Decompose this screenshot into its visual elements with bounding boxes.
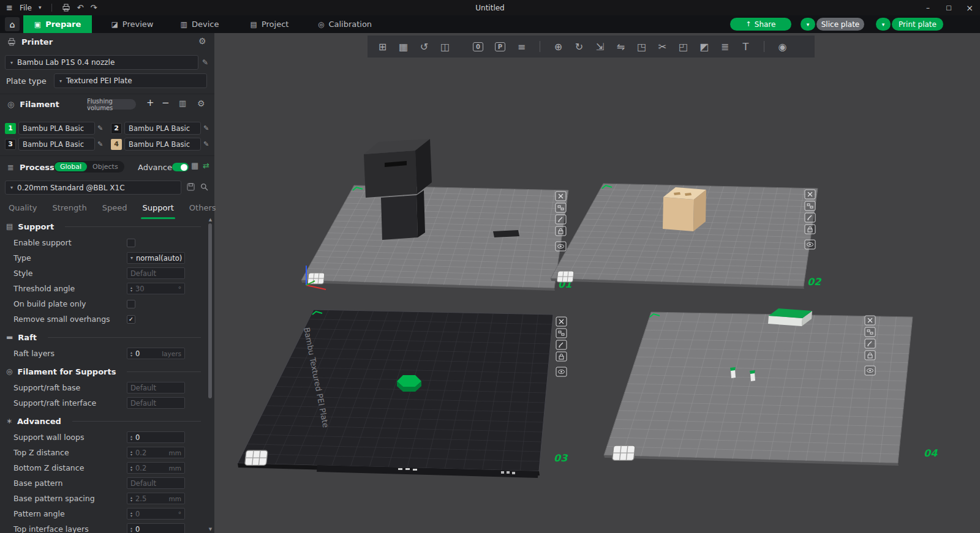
rename-icon[interactable]	[556, 340, 567, 349]
scope-objects[interactable]: Objects	[87, 162, 124, 171]
filament-color-swatch[interactable]: 2	[111, 123, 122, 134]
object-list-icon[interactable]: ≡	[513, 38, 530, 55]
close-icon[interactable]	[805, 190, 815, 199]
chevron-down-icon[interactable]: ▾	[39, 5, 42, 10]
label-objects-icon[interactable]: 0	[473, 42, 483, 51]
spinner-arrows[interactable]: ▴▾	[130, 286, 132, 292]
edit-filament-icon[interactable]: ✎	[97, 124, 105, 132]
filament-name-input[interactable]: Bambu PLA Basic	[18, 122, 95, 135]
printer-settings-gear-icon[interactable]: ⚙	[198, 37, 206, 45]
edit-filament-icon[interactable]: ✎	[203, 124, 211, 132]
model-mailbox-front[interactable]	[364, 151, 417, 198]
rename-icon[interactable]	[805, 213, 815, 222]
section-advanced[interactable]: ∗Advanced	[0, 412, 206, 430]
tab-project[interactable]: ▤Project	[244, 15, 295, 33]
print-options-button[interactable]: ▾	[876, 18, 891, 31]
lock-icon[interactable]	[556, 226, 566, 236]
print-plate-button[interactable]: Print plate	[892, 18, 943, 31]
plate-surface[interactable]	[238, 310, 553, 471]
filament-color-swatch[interactable]: 4	[111, 139, 122, 150]
tab-calibration[interactable]: ◎Calibration	[311, 15, 379, 33]
auto-orient-icon[interactable]: ↺	[415, 38, 433, 55]
plate-settings-icon[interactable]	[557, 271, 574, 282]
lock-icon[interactable]	[805, 225, 815, 234]
assembly-view-icon[interactable]: ◉	[774, 38, 791, 55]
save-preset-icon[interactable]	[187, 183, 195, 191]
share-button[interactable]: ↑ Share	[730, 18, 791, 31]
filament-color-swatch[interactable]: 3	[5, 139, 16, 150]
spinner-arrows[interactable]: ▴▾	[130, 496, 132, 502]
variable-layer-height-icon[interactable]: ≣	[716, 38, 734, 55]
add-filament-button[interactable]: +	[146, 99, 154, 108]
minimize-button[interactable]: –	[918, 0, 938, 15]
cut-icon[interactable]: ✂	[654, 38, 671, 55]
process-tab-quality[interactable]: Quality	[9, 203, 37, 217]
checkbox[interactable]	[127, 300, 135, 308]
model-pill-body[interactable]	[750, 373, 755, 381]
model-flat-bar[interactable]	[493, 230, 519, 237]
spinner-arrows[interactable]: ▴▾	[130, 465, 132, 471]
edit-filament-icon[interactable]: ✎	[97, 140, 105, 148]
viewport-3d[interactable]: ⊞▦↺◫0P≡⊕↻⇲⇋◳✂◰◩≣T◉ 01020304Bambu Texture…	[214, 33, 980, 533]
dropdown[interactable]: ▾normal(auto)	[127, 252, 185, 264]
text-input[interactable]: Default	[127, 267, 185, 279]
scrollbar-thumb[interactable]	[208, 223, 212, 398]
arrange-icon[interactable]: ◫	[436, 38, 454, 55]
scope-global[interactable]: Global	[55, 162, 87, 171]
slice-options-button[interactable]: ▾	[801, 18, 815, 31]
process-tab-speed[interactable]: Speed	[102, 203, 127, 217]
parameter-table-icon[interactable]: ▦	[191, 162, 198, 170]
spinner-input[interactable]: ▴▾30°	[127, 283, 185, 294]
filament-name-input[interactable]: Bambu PLA Basic	[124, 122, 201, 135]
arrange-icon[interactable]	[556, 203, 566, 212]
edit-printer-icon[interactable]: ✎	[202, 58, 208, 67]
scroll-down-icon[interactable]: ▼	[207, 527, 214, 532]
build-plate-4[interactable]: 04	[604, 312, 938, 466]
compare-presets-icon[interactable]: ⇄	[203, 162, 209, 170]
model-tan-box-front[interactable]	[663, 197, 694, 231]
model-mailbox-column[interactable]	[381, 195, 418, 240]
plate-settings-icon[interactable]	[244, 450, 268, 465]
split-objects-icon[interactable]: ◰	[674, 38, 692, 55]
maximize-button[interactable]: □	[938, 0, 959, 15]
section-support[interactable]: ▤Support	[0, 218, 206, 235]
eye-icon[interactable]	[556, 367, 567, 376]
mirror-icon[interactable]: ⇋	[612, 38, 630, 55]
spinner-arrows[interactable]: ▴▾	[130, 526, 132, 532]
eye-icon[interactable]	[805, 240, 815, 249]
export-sliced-file-icon[interactable]	[62, 4, 70, 12]
arrange-icon[interactable]	[556, 329, 567, 338]
settings-panel[interactable]: ▤SupportEnable supportType▾normal(auto)S…	[0, 216, 206, 533]
scale-icon[interactable]: ⇲	[591, 38, 609, 55]
close-icon[interactable]	[556, 317, 567, 326]
rename-icon[interactable]	[865, 339, 875, 348]
process-tab-others[interactable]: Others	[189, 203, 216, 217]
filament-color-swatch[interactable]: 1	[5, 123, 16, 134]
eye-icon[interactable]	[865, 366, 875, 375]
text-input[interactable]: Default	[127, 477, 185, 489]
home-button[interactable]: ⌂	[5, 17, 20, 31]
close-icon[interactable]	[865, 316, 875, 325]
add-object-icon[interactable]: ⊞	[374, 38, 391, 55]
checkbox[interactable]	[127, 239, 135, 247]
process-tab-strength[interactable]: Strength	[52, 203, 86, 217]
split-parts-icon[interactable]: ◩	[695, 38, 713, 55]
build-plate-3[interactable]: 03	[238, 310, 568, 475]
undo-icon[interactable]: ↶	[77, 4, 84, 12]
model-pill-body[interactable]	[731, 370, 736, 378]
filament-settings-gear-icon[interactable]: ⚙	[197, 99, 205, 108]
remove-filament-button[interactable]: −	[162, 99, 170, 108]
flushing-volumes-button[interactable]: Flushing volumes	[87, 99, 136, 110]
lay-on-face-icon[interactable]: ◳	[633, 38, 650, 55]
redo-icon[interactable]: ↷	[90, 4, 97, 12]
printer-select-dropdown[interactable]: ▾ Bambu Lab P1S 0.4 nozzle	[5, 55, 198, 70]
spinner-input[interactable]: ▴▾0°	[127, 508, 185, 520]
spinner-input[interactable]: ▴▾0	[127, 431, 185, 443]
text-input[interactable]: Default	[127, 397, 185, 409]
text-input[interactable]: Default	[127, 382, 185, 393]
menu-icon[interactable]: ≡	[6, 4, 13, 12]
spinner-input[interactable]: ▴▾0	[127, 523, 185, 533]
scroll-up-icon[interactable]: ▲	[207, 217, 214, 222]
text-icon[interactable]: T	[737, 38, 755, 55]
spinner-input[interactable]: ▴▾2.5mm	[127, 493, 185, 504]
